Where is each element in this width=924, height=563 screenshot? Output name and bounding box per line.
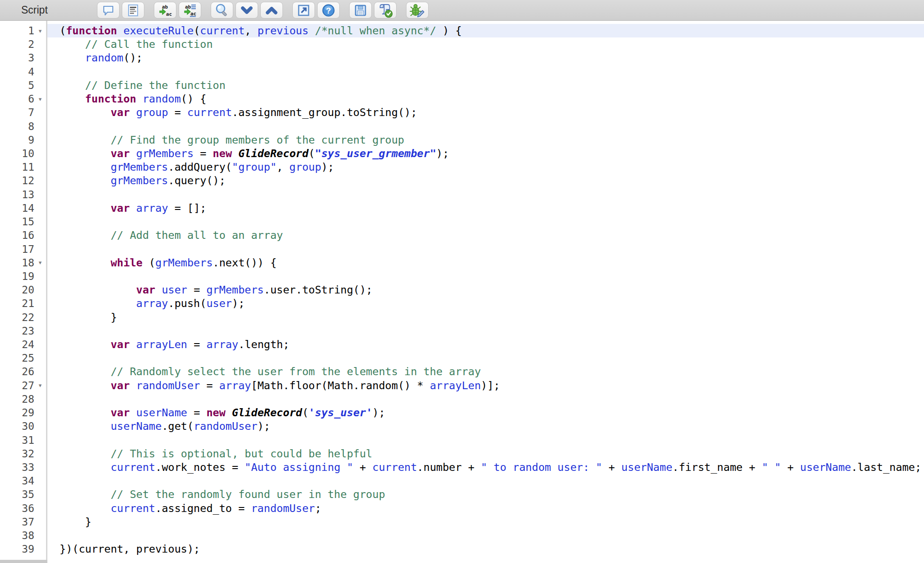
- find-previous-button[interactable]: [260, 2, 283, 19]
- code-line[interactable]: // Call the function: [47, 37, 924, 51]
- line-number: 23: [0, 324, 34, 338]
- line-number: 5: [0, 79, 34, 92]
- line-number: 27: [0, 379, 34, 392]
- question-icon: ?: [321, 3, 336, 18]
- popout-icon: [297, 4, 310, 17]
- code-line[interactable]: // Add them all to an array: [47, 228, 924, 242]
- floppy-icon: [354, 4, 367, 17]
- line-number: 31: [0, 433, 34, 447]
- code-line[interactable]: var randomUser = array[Math.floor(Math.r…: [47, 379, 924, 392]
- code-line[interactable]: var user = grMembers.user.toString();: [47, 283, 924, 297]
- code-line[interactable]: function random() {: [47, 92, 924, 106]
- code-line[interactable]: // Find the group members of the current…: [47, 133, 924, 147]
- line-number: 1: [0, 24, 34, 37]
- code-line[interactable]: array.push(user);: [47, 297, 924, 310]
- svg-text:ac: ac: [166, 11, 172, 17]
- code-line[interactable]: var array = [];: [47, 201, 924, 215]
- magnifier-icon: [214, 3, 230, 18]
- code-line[interactable]: [47, 120, 924, 133]
- code-line[interactable]: random();: [47, 51, 924, 65]
- line-number: 19: [0, 270, 34, 283]
- line-number: 38: [0, 529, 34, 542]
- format-code-button[interactable]: [122, 2, 144, 19]
- toggle-comment-button[interactable]: [97, 2, 120, 19]
- svg-text:?: ?: [326, 6, 331, 15]
- debug-button[interactable]: [406, 2, 429, 19]
- code-line[interactable]: [47, 529, 924, 542]
- line-number: 30: [0, 419, 34, 433]
- code-line[interactable]: }: [47, 311, 924, 324]
- code-line[interactable]: var group = current.assignment_group.toS…: [47, 106, 924, 119]
- code-line[interactable]: [47, 392, 924, 406]
- gutter-bottom-strip: [0, 560, 47, 563]
- code-line[interactable]: // Set the randomly found user in the gr…: [47, 488, 924, 501]
- code-line[interactable]: })(current, previous);: [47, 542, 924, 556]
- code-line[interactable]: var userName = new GlideRecord('sys_user…: [47, 406, 924, 419]
- field-label: Script: [21, 4, 48, 16]
- line-number: 24: [0, 338, 34, 351]
- line-number: 11: [0, 160, 34, 174]
- code-line[interactable]: [47, 188, 924, 201]
- code-line[interactable]: [47, 474, 924, 488]
- code-line[interactable]: [47, 65, 924, 79]
- line-number: 39: [0, 542, 34, 556]
- code-line[interactable]: [47, 215, 924, 228]
- code-line[interactable]: var arrayLen = array.length;: [47, 338, 924, 351]
- replace-icon: abac: [158, 3, 172, 18]
- svg-text:ab: ab: [162, 4, 168, 10]
- code-line[interactable]: while (grMembers.next()) {: [47, 256, 924, 270]
- code-line[interactable]: current.work_notes = "Auto assigning " +…: [47, 461, 924, 474]
- code-line[interactable]: current.assigned_to = randomUser;: [47, 502, 924, 515]
- line-number: 3: [0, 51, 34, 65]
- line-number: 9: [0, 133, 34, 147]
- line-number: 20: [0, 283, 34, 297]
- chevron-up-icon: [264, 3, 279, 18]
- code-line[interactable]: // Randomly select the user from the ele…: [47, 365, 924, 378]
- line-number: 2: [0, 37, 34, 51]
- code-line[interactable]: }: [47, 515, 924, 529]
- code-line[interactable]: grMembers.addQuery("group", group);: [47, 160, 924, 174]
- code-line[interactable]: [47, 270, 924, 283]
- line-number: 10: [0, 147, 34, 160]
- code-line[interactable]: (function executeRule(current, previous …: [47, 24, 924, 37]
- code-line[interactable]: [47, 433, 924, 447]
- code-area[interactable]: (function executeRule(current, previous …: [47, 24, 924, 556]
- code-line[interactable]: userName.get(randomUser);: [47, 419, 924, 433]
- code-line[interactable]: [47, 242, 924, 256]
- line-number: 29: [0, 406, 34, 419]
- replace-all-button[interactable]: abac: [179, 2, 201, 19]
- fold-toggle-icon[interactable]: ▾: [34, 96, 46, 102]
- toolbar-buttons: abacabac?: [97, 2, 431, 19]
- code-editor[interactable]: 1▾23456▾789101112131415161718▾1920212223…: [0, 21, 924, 563]
- line-number: 22: [0, 311, 34, 324]
- find-next-button[interactable]: [236, 2, 258, 19]
- line-number: 6: [0, 92, 34, 106]
- document-lines-icon: [126, 4, 140, 17]
- line-number: 21: [0, 297, 34, 310]
- code-line[interactable]: var grMembers = new GlideRecord("sys_use…: [47, 147, 924, 160]
- replace-button[interactable]: abac: [154, 2, 176, 19]
- code-line[interactable]: // This is optional, but could be helpfu…: [47, 447, 924, 461]
- line-number: 36: [0, 502, 34, 515]
- line-number: 17: [0, 242, 34, 256]
- code-line[interactable]: [47, 351, 924, 365]
- save-button[interactable]: [349, 2, 372, 19]
- code-line[interactable]: [47, 324, 924, 338]
- fold-toggle-icon[interactable]: ▾: [34, 382, 46, 389]
- line-number: 15: [0, 215, 34, 228]
- code-line[interactable]: grMembers.query();: [47, 174, 924, 187]
- comment-icon: [102, 4, 115, 17]
- code-line[interactable]: // Define the function: [47, 79, 924, 92]
- help-button[interactable]: ?: [317, 2, 340, 19]
- line-number: 26: [0, 365, 34, 378]
- search-button[interactable]: [211, 2, 233, 19]
- syntax-check-button[interactable]: [374, 2, 397, 19]
- line-number: 25: [0, 351, 34, 365]
- fold-toggle-icon[interactable]: ▾: [34, 28, 46, 34]
- open-in-new-window-button[interactable]: [292, 2, 315, 19]
- line-number: 18: [0, 256, 34, 270]
- fold-toggle-icon[interactable]: ▾: [34, 259, 46, 266]
- svg-text:ac: ac: [190, 11, 196, 17]
- line-number: 7: [0, 106, 34, 119]
- line-number: 37: [0, 515, 34, 529]
